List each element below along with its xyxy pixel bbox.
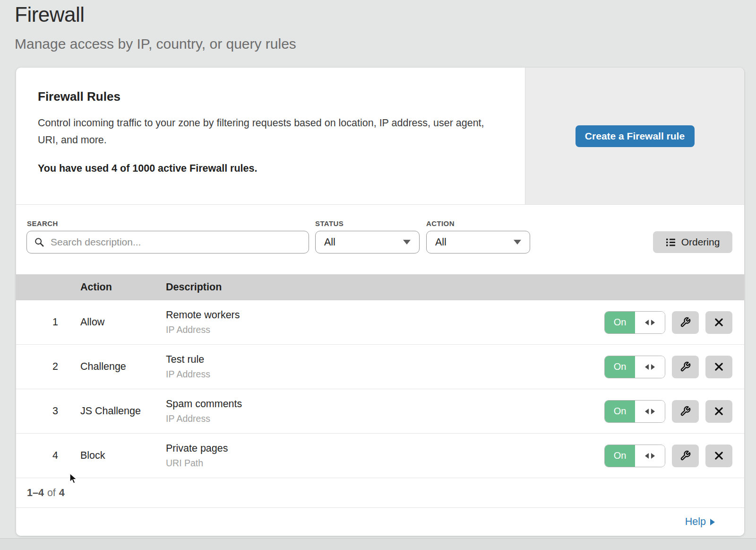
action-column-header: Action [80, 281, 166, 293]
firewall-rules-card: Firewall Rules Control incoming traffic … [16, 68, 744, 536]
status-label: STATUS [315, 219, 344, 227]
search-input-wrap[interactable] [26, 231, 309, 253]
search-label: SEARCH [27, 219, 58, 227]
table-row: 3 JS Challenge Spam comments IP Address … [16, 389, 744, 434]
edit-rule-button[interactable] [672, 311, 699, 334]
toggle-on-segment[interactable]: On [605, 445, 635, 467]
window-bottom-edge [0, 538, 756, 550]
help-link-label: Help [685, 516, 706, 528]
table-header: Action Description [16, 274, 744, 300]
toggle-arrows-icon[interactable] [635, 356, 665, 378]
row-controls: On [604, 445, 732, 467]
delete-rule-button[interactable] [705, 400, 732, 423]
rule-action: Block [80, 450, 166, 462]
pagination-of: of [47, 487, 56, 499]
close-icon [714, 451, 723, 460]
help-link[interactable]: Help [685, 516, 715, 528]
table-row: 2 Challenge Test rule IP Address On [16, 345, 744, 389]
toggle-arrows-icon[interactable] [635, 445, 665, 467]
description-column-header: Description [166, 281, 744, 293]
pagination: 1–4 of 4 [16, 478, 744, 508]
search-icon [34, 237, 44, 247]
edit-rule-button[interactable] [672, 445, 699, 467]
card-top-section: Firewall Rules Control incoming traffic … [16, 68, 744, 205]
rule-action: Challenge [80, 361, 166, 373]
wrench-icon [680, 450, 691, 461]
ordering-button[interactable]: Ordering [653, 231, 732, 253]
toggle-arrows-icon[interactable] [635, 312, 665, 333]
close-icon [714, 407, 723, 416]
rule-priority: 3 [16, 405, 80, 417]
close-icon [714, 362, 723, 371]
create-firewall-rule-button[interactable]: Create a Firewall rule [576, 125, 695, 147]
table-row: 1 Allow Remote workers IP Address On [16, 300, 744, 345]
wrench-icon [680, 317, 691, 328]
row-controls: On [604, 400, 732, 423]
pagination-range: 1–4 [27, 487, 44, 499]
edit-rule-button[interactable] [672, 356, 699, 378]
ordering-list-icon [666, 237, 676, 247]
page-title: Firewall [15, 3, 85, 26]
rule-priority: 1 [16, 316, 80, 328]
table-row: 4 Block Private pages URI Path On [16, 434, 744, 478]
delete-rule-button[interactable] [705, 445, 732, 467]
filter-row: SEARCH STATUS All ACTION All Ordering [16, 205, 744, 274]
ordering-button-label: Ordering [681, 236, 720, 248]
rule-enabled-toggle[interactable]: On [604, 400, 665, 423]
rule-action: JS Challenge [80, 405, 166, 417]
chevron-down-icon [514, 240, 521, 244]
search-input[interactable] [50, 236, 301, 248]
action-selected-value: All [435, 236, 447, 248]
status-select[interactable]: All [315, 231, 420, 253]
firewall-rules-intro: Firewall Rules Control incoming traffic … [16, 68, 525, 204]
rule-priority: 4 [16, 450, 80, 462]
row-controls: On [604, 311, 732, 334]
firewall-rules-heading: Firewall Rules [38, 89, 497, 104]
action-label: ACTION [426, 219, 455, 227]
pagination-total: 4 [59, 487, 65, 499]
card-footer: Help [16, 508, 744, 536]
wrench-icon [680, 361, 691, 372]
firewall-rules-usage: You have used 4 of 1000 active Firewall … [38, 163, 497, 175]
firewall-rules-description: Control incoming traffic to your zone by… [38, 114, 484, 148]
status-selected-value: All [324, 236, 335, 248]
delete-rule-button[interactable] [705, 311, 732, 334]
rule-enabled-toggle[interactable]: On [604, 356, 665, 378]
chevron-down-icon [403, 240, 411, 244]
rule-priority: 2 [16, 361, 80, 373]
row-controls: On [604, 356, 732, 378]
close-icon [714, 318, 723, 327]
rule-action: Allow [80, 316, 166, 328]
toggle-arrows-icon[interactable] [635, 401, 665, 422]
edit-rule-button[interactable] [672, 400, 699, 423]
rule-enabled-toggle[interactable]: On [604, 311, 665, 334]
toggle-on-segment[interactable]: On [605, 401, 635, 422]
delete-rule-button[interactable] [705, 356, 732, 378]
page-subtitle: Manage access by IP, country, or query r… [15, 36, 296, 52]
rule-enabled-toggle[interactable]: On [604, 445, 665, 467]
action-select[interactable]: All [426, 231, 530, 253]
create-rule-panel: Create a Firewall rule [525, 68, 744, 204]
help-arrow-icon [710, 519, 715, 525]
toggle-on-segment[interactable]: On [605, 312, 635, 333]
toggle-on-segment[interactable]: On [605, 356, 635, 378]
wrench-icon [680, 406, 691, 417]
